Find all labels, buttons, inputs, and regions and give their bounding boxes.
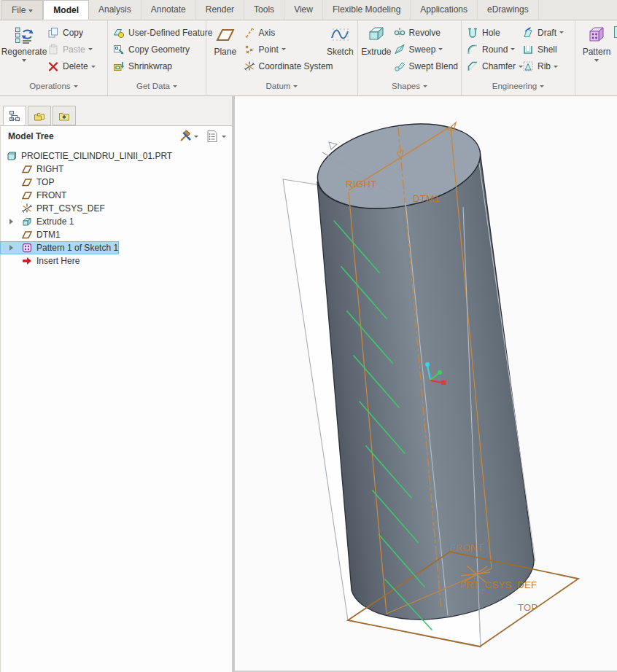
model-tree-panel: Model Tree PROIECTIE_CILINDRU_LINII_01.P… <box>0 96 232 672</box>
tab-applications[interactable]: Applications <box>411 0 478 20</box>
datum-plane-icon <box>20 190 34 201</box>
draft-button[interactable]: Draft <box>520 26 565 39</box>
rib-button[interactable]: Rib <box>520 60 565 74</box>
tab-model[interactable]: Model <box>43 0 89 20</box>
pattern-icon <box>587 24 606 46</box>
coordinate-system-icon <box>243 60 256 72</box>
user-defined-feature-button[interactable]: User-Defined Feature <box>111 26 214 39</box>
tree-item-right[interactable]: RIGHT <box>1 163 232 176</box>
group-label-operations[interactable]: Operations <box>0 77 108 95</box>
revolve-icon <box>393 27 406 39</box>
favorites-tab[interactable] <box>53 106 76 125</box>
copy-geometry-button[interactable]: Copy Geometry <box>111 42 214 56</box>
hole-icon <box>466 27 479 39</box>
ribbon: Regenerate Copy Paste Delete Us <box>0 20 617 77</box>
copy-geometry-icon <box>112 44 125 55</box>
sweep-button[interactable]: Sweep <box>392 42 459 56</box>
tree-item-extrude-1[interactable]: Extrude 1 <box>1 215 232 228</box>
tab-flexible-modeling[interactable]: Flexible Modeling <box>323 0 411 20</box>
favorites-icon <box>58 110 70 122</box>
rib-icon <box>521 60 535 72</box>
folder-browser-tab[interactable] <box>28 106 51 125</box>
tree-item-front[interactable]: FRONT <box>1 189 232 202</box>
chevron-down-icon <box>511 48 515 50</box>
hole-button[interactable]: Hole <box>465 26 520 39</box>
tab-file[interactable]: File <box>1 0 43 20</box>
shrinkwrap-button[interactable]: Shrinkwrap <box>111 60 214 74</box>
extrude-icon <box>20 216 34 227</box>
coordinate-system-button[interactable]: Coordinate System <box>241 60 325 74</box>
navigator-tabs <box>0 96 232 125</box>
sketch-button[interactable]: Sketch <box>325 22 357 77</box>
group-operations: Regenerate Copy Paste Delete <box>0 20 108 77</box>
chevron-down-icon <box>88 48 93 50</box>
front-plane-corner-marker <box>329 142 337 149</box>
pattern-icon <box>20 242 34 254</box>
tree-item-prt-csys-def[interactable]: PRT_CSYS_DEF <box>1 202 232 215</box>
tree-item-part[interactable]: PROIECTIE_CILINDRU_LINII_01.PRT <box>1 149 232 163</box>
datum-plane-icon <box>20 176 34 188</box>
datum-plane-icon <box>20 163 34 175</box>
tab-edrawings[interactable]: eDrawings <box>478 0 539 20</box>
tree-item-insert-here[interactable]: Insert Here <box>1 254 232 267</box>
pattern-button[interactable]: Pattern <box>578 22 615 77</box>
group-label-get-data[interactable]: Get Data <box>108 77 206 95</box>
tree-show-button[interactable] <box>206 130 226 143</box>
tree-item-top[interactable]: TOP <box>1 176 232 189</box>
round-icon <box>466 44 479 55</box>
plane-button[interactable]: Plane <box>209 22 241 77</box>
expand-arrow-icon[interactable] <box>9 219 13 224</box>
chevron-down-icon <box>554 66 558 68</box>
clipped-ribbon-icon <box>614 26 617 38</box>
shell-icon <box>521 44 535 55</box>
tree-settings-button[interactable] <box>178 130 198 143</box>
model-tree: PROIECTIE_CILINDRU_LINII_01.PRT RIGHT TO… <box>1 146 232 267</box>
regenerate-icon <box>15 24 34 46</box>
chevron-down-icon <box>438 48 443 50</box>
group-editing: Pattern <box>575 20 617 77</box>
paste-button[interactable]: Paste <box>45 42 97 56</box>
point-button[interactable]: Point <box>241 42 325 56</box>
point-icon <box>243 44 256 55</box>
copy-icon <box>47 27 60 39</box>
round-button[interactable]: Round <box>465 42 520 56</box>
swept-blend-button[interactable]: Swept Blend <box>392 60 459 74</box>
model-tree-title: Model Tree <box>8 131 54 141</box>
model-tree-header: Model Tree <box>1 126 232 146</box>
tab-annotate[interactable]: Annotate <box>141 0 196 20</box>
delete-button[interactable]: Delete <box>45 60 97 74</box>
group-label-shapes[interactable]: Shapes <box>358 77 462 95</box>
insert-here-arrow-icon <box>20 255 34 267</box>
extrude-button[interactable]: Extrude <box>361 22 392 77</box>
group-get-data: User-Defined Feature Copy Geometry Shrin… <box>108 20 206 77</box>
tab-tools[interactable]: Tools <box>244 0 284 20</box>
tab-render[interactable]: Render <box>196 0 244 20</box>
group-engineering: Hole Round Chamfer Draft Shell <box>462 20 575 77</box>
tab-view[interactable]: View <box>284 0 323 20</box>
extrude-icon <box>367 24 386 46</box>
draft-icon <box>521 27 535 39</box>
tree-item-dtm1[interactable]: DTM1 <box>1 228 232 241</box>
group-label-datum[interactable]: Datum <box>206 77 358 95</box>
group-label-engineering[interactable]: Engineering <box>462 77 575 95</box>
tree-item-pattern-1-of-sketch-1[interactable]: Pattern 1 of Sketch 1 <box>1 241 232 254</box>
chamfer-button[interactable]: Chamfer <box>465 60 520 74</box>
copy-button[interactable]: Copy <box>45 26 97 39</box>
tab-analysis[interactable]: Analysis <box>89 0 141 20</box>
settings-icon <box>178 130 191 143</box>
graphics-viewport[interactable]: RIGHT DTM1 FRONT PRT_CSYS_DEF TOP <box>235 96 617 672</box>
expand-arrow-icon[interactable] <box>9 245 13 251</box>
swept-blend-icon <box>393 60 406 72</box>
shell-button[interactable]: Shell <box>520 42 565 56</box>
model-tree-icon <box>9 110 20 122</box>
axis-button[interactable]: Axis <box>241 26 325 39</box>
3d-scene <box>235 96 617 672</box>
chevron-down-icon <box>594 59 599 62</box>
show-list-icon <box>206 130 219 143</box>
revolve-button[interactable]: Revolve <box>392 26 459 39</box>
cylinder-body <box>317 151 534 620</box>
regenerate-button[interactable]: Regenerate <box>3 22 45 77</box>
model-tree-tab[interactable] <box>3 106 26 125</box>
delete-icon <box>47 60 60 72</box>
group-label-editing <box>575 77 617 95</box>
